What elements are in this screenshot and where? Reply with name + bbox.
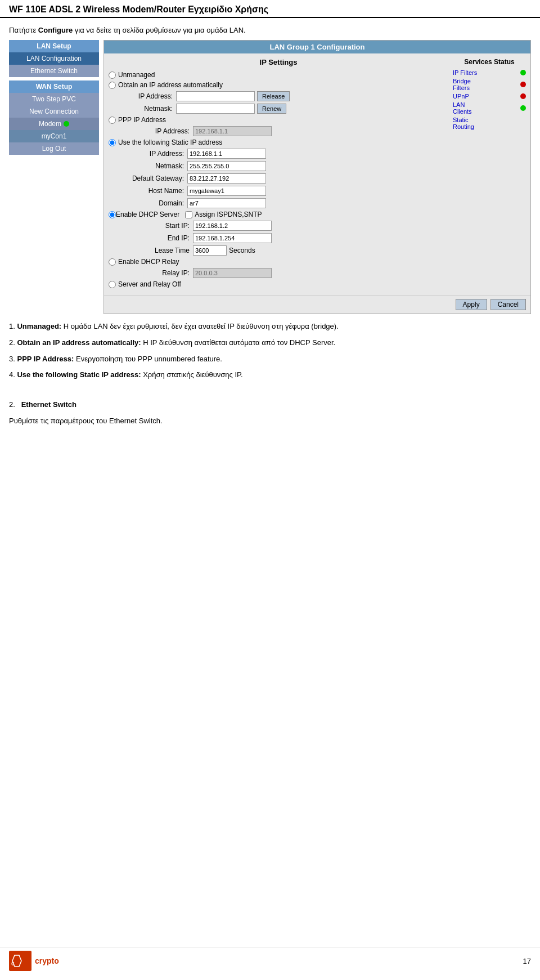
section3-bold: PPP IP Address: [17,355,74,363]
start-ip-row: Start IP: [125,221,448,231]
enable-dhcp-radio[interactable] [109,211,116,218]
netmask-input[interactable] [176,104,255,114]
sidebar-item-modem[interactable]: Modem [9,118,99,130]
footer-brand: crypto [35,956,59,965]
intro-before: Πατήστε [9,26,38,34]
upnp-link[interactable]: UPnP [453,93,469,100]
ethernet-switch-text: Ρυθμίστε τις παραμέτρους του Ethernet Sw… [9,415,531,427]
body-section-2: 2. Obtain an IP address automatically: Η… [9,337,531,349]
enable-dhcp-relay-label: Enable DHCP Relay [118,258,179,266]
section2-heading-title: Ethernet Switch [21,400,76,409]
upnp-status-dot [520,93,526,99]
sidebar-item-new-connection[interactable]: New Connection [9,105,99,118]
start-ip-label: Start IP: [125,222,193,230]
section3-number: 3. [9,355,17,363]
relay-ip-label: Relay IP: [125,269,193,277]
ppp-ip-row: PPP IP Address [109,116,448,124]
section2-number: 2. [9,338,17,347]
sidebar-item-mycon1[interactable]: myCon1 [9,130,99,142]
section2-text: Η IP διεύθυνση ανατίθεται αυτόματα από τ… [143,338,335,347]
lan-clients-status-dot [520,105,526,111]
ppp-ip-radio[interactable] [109,117,116,124]
ip-settings-title: IP Settings [109,58,448,66]
sidebar-item-logout[interactable]: Log Out [9,142,99,155]
section2-bold: Obtain an IP address automatically: [17,338,141,347]
body-section-4: 4. Use the following Static IP address: … [9,369,531,381]
relay-ip-input[interactable] [193,268,272,278]
sidebar-item-two-step-pvc[interactable]: Two Step PVC [9,93,99,105]
sidebar-item-lan-setup[interactable]: LAN Setup [9,40,99,52]
section4-bold: Use the following Static IP address: [17,370,141,379]
bridge-filters-link[interactable]: BridgeFilters [453,78,471,91]
section1-bold: Unmanaged: [17,322,61,330]
server-relay-off-row: Server and Relay Off [109,280,448,288]
sidebar-item-wan-setup[interactable]: WAN Setup [9,80,99,93]
body-section-1: 1. Unmanaged: Η ομάδα LAN δεν έχει ρυθμι… [9,321,531,333]
unmanaged-label: Unmanaged [118,71,155,79]
obtain-ip-row: Obtain an IP address automatically [109,81,448,89]
ip-address-label: IP Address: [109,92,176,100]
ethernet-switch-heading: 2. Ethernet Switch [9,399,531,411]
sidebar-item-ethernet-switch[interactable]: Ethernet Switch [9,65,99,77]
ip-filters-link[interactable]: IP Filters [453,69,477,76]
cancel-button[interactable]: Cancel [490,299,526,310]
static-ip-section: IP Address: Netmask: Default Gateway: Ho… [120,149,448,208]
ppp-ip-address-label: IP Address: [125,127,193,135]
lan-clients-link[interactable]: LANClients [453,101,472,115]
modem-status-dot [64,121,69,127]
ppp-ip-address-input[interactable] [193,126,272,136]
config-panel: LAN Group 1 Configuration IP Settings Un… [104,40,531,314]
sidebar-item-lan-configuration[interactable]: LAN Configuration [9,52,99,65]
static-ip-row: Use the following Static IP address [109,138,448,146]
static-netmask-row: Netmask: [120,161,448,171]
ip-address-input[interactable] [176,91,255,101]
end-ip-input[interactable] [193,233,272,243]
obtain-ip-label: Obtain an IP address automatically [118,81,223,89]
footer-logo: c crypto [9,951,59,971]
start-ip-input[interactable] [193,221,272,231]
domain-input[interactable] [187,198,266,208]
page-footer: c crypto 17 [0,947,540,974]
static-ip-radio[interactable] [109,139,116,146]
release-button[interactable]: Release [257,91,290,101]
default-gateway-input[interactable] [187,173,266,184]
services-title: Services Status [453,58,526,66]
domain-label: Domain: [120,199,187,207]
server-relay-off-radio[interactable] [109,281,116,288]
static-routing-link[interactable]: StaticRouting [453,117,474,130]
section1-text: Η ομάδα LAN δεν έχει ρυθμιστεί, δεν έχει… [64,322,339,330]
service-static-routing: StaticRouting [453,117,526,130]
default-gateway-label: Default Gateway: [120,174,187,182]
enable-dhcp-relay-radio[interactable] [109,258,116,266]
section3-text: Ενεργοποίηση του PPP unnumbered feature. [76,355,222,363]
host-name-input[interactable] [187,186,266,196]
lease-time-row: Lease Time Seconds [125,245,448,256]
section2-heading-number: 2. [9,400,15,409]
lease-time-label: Lease Time [125,247,193,254]
end-ip-row: End IP: [125,233,448,243]
assign-ispdns-checkbox[interactable] [185,211,192,218]
static-ip-address-input[interactable] [187,149,266,159]
relay-ip-row: Relay IP: [125,268,448,278]
unmanaged-radio[interactable] [109,71,116,79]
host-name-label: Host Name: [120,187,187,195]
section1-number: 1. [9,322,17,330]
apply-button[interactable]: Apply [456,299,487,310]
ppp-ip-label: PPP IP Address [118,116,166,124]
config-panel-title: LAN Group 1 Configuration [104,41,530,53]
enable-dhcp-relay-row: Enable DHCP Relay [109,258,448,266]
section4-text: Χρήση στατικής διεύθυνσης IP. [143,370,243,379]
lease-time-input[interactable] [193,245,227,256]
static-netmask-input[interactable] [187,161,266,171]
dhcp-section: Enable DHCP Server Assign ISPDNS,SNTP St… [109,211,448,288]
obtain-ip-radio[interactable] [109,82,116,89]
section4-number: 4. [9,370,17,379]
netmask-row: Netmask: Renew [109,104,448,114]
service-ip-filters: IP Filters [453,69,526,76]
intro-text: Πατήστε Configure για να δείτε τη σελίδα… [0,23,540,40]
end-ip-label: End IP: [125,234,193,242]
main-area: LAN Setup LAN Configuration Ethernet Swi… [0,40,540,314]
assign-ispdns-label: Assign ISPDNS,SNTP [195,211,262,218]
renew-button[interactable]: Renew [257,104,286,114]
netmask-label: Netmask: [109,105,176,113]
